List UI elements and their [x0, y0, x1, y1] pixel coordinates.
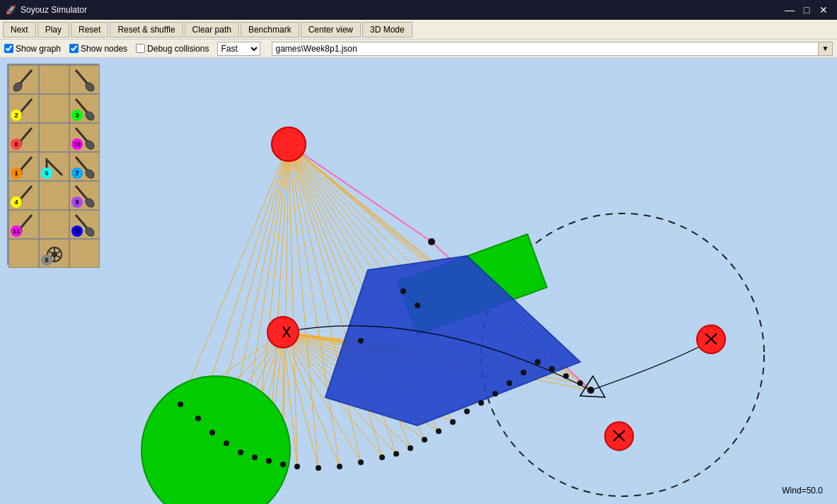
grid-badge: 4 [11, 197, 22, 208]
debug-collisions-text: Debug collisions [147, 44, 209, 54]
svg-point-101 [337, 464, 342, 469]
grid-badge: 11 [11, 225, 22, 237]
show-graph-checkbox[interactable] [4, 44, 13, 53]
title-controls: — □ ✕ [782, 3, 831, 17]
svg-point-120 [358, 338, 364, 344]
clear-path-button[interactable]: Clear path [185, 22, 239, 37]
reset-button[interactable]: Reset [71, 22, 108, 37]
svg-point-110 [478, 400, 484, 406]
svg-point-93 [209, 430, 215, 435]
svg-point-103 [379, 455, 385, 460]
app-title: Soyouz Simulator [21, 5, 87, 15]
close-button[interactable]: ✕ [816, 3, 831, 17]
speed-select[interactable]: FastNormalSlow [217, 42, 260, 56]
grid-badge: 5 [41, 254, 52, 266]
green-circle-obstacle [142, 376, 290, 504]
svg-line-32 [180, 144, 289, 404]
svg-point-99 [294, 464, 300, 469]
grid-badge: 0 [11, 139, 22, 150]
grid-badge: 2 [11, 110, 22, 121]
red-buoy-left[interactable] [267, 317, 299, 348]
show-nodes-text: Show nodes [81, 44, 127, 54]
benchmark-button[interactable]: Benchmark [241, 22, 299, 37]
svg-point-104 [393, 451, 399, 457]
title-bar: 🚀 Soyouz Simulator — □ ✕ [0, 0, 837, 20]
center-view-button[interactable]: Center view [301, 22, 361, 37]
maximize-button[interactable]: □ [799, 3, 814, 17]
svg-point-113 [521, 370, 526, 375]
grid-badge: 7 [71, 168, 83, 179]
show-nodes-label[interactable]: Show nodes [69, 44, 127, 54]
svg-point-114 [535, 359, 541, 365]
svg-point-119 [415, 303, 420, 308]
svg-point-100 [316, 465, 321, 471]
play-button[interactable]: Play [37, 22, 69, 37]
reset-shuffle-button[interactable]: Reset & shuffle [110, 22, 183, 37]
show-graph-label[interactable]: Show graph [4, 44, 61, 54]
wind-indicator: Wind=50.0 [782, 486, 823, 496]
minimize-button[interactable]: — [782, 3, 797, 17]
svg-point-108 [450, 419, 456, 425]
grid-badge: 10 [71, 139, 83, 150]
next-button[interactable]: Next [3, 22, 36, 37]
svg-point-96 [252, 455, 258, 460]
options-bar: Show graph Show nodes Debug collisions F… [0, 40, 837, 58]
3d-mode-button[interactable]: 3D Mode [362, 22, 412, 37]
grid-badge: 8 [71, 225, 83, 237]
svg-point-94 [224, 440, 229, 446]
red-buoy-top[interactable] [272, 127, 306, 161]
main-canvas[interactable]: 23010167491185 [0, 58, 837, 504]
svg-point-107 [436, 428, 441, 434]
file-select-wrapper: games\Week8p1.json ▼ [272, 42, 833, 56]
svg-point-112 [507, 380, 512, 386]
grid-badge: 9 [71, 197, 83, 208]
debug-collisions-label[interactable]: Debug collisions [136, 44, 209, 54]
pink-path-line [289, 144, 432, 242]
grid-badge: 3 [71, 110, 83, 121]
file-display: games\Week8p1.json [272, 42, 819, 56]
grid-badge: 6 [41, 168, 52, 179]
svg-point-118 [400, 288, 406, 294]
simulation-canvas[interactable] [0, 58, 837, 504]
svg-point-97 [266, 458, 272, 464]
svg-point-91 [178, 402, 183, 407]
svg-point-109 [464, 409, 470, 414]
svg-point-89 [428, 238, 435, 245]
svg-point-98 [280, 462, 286, 467]
grid-badge: 1 [11, 168, 22, 179]
show-nodes-checkbox[interactable] [69, 44, 79, 53]
app-icon: 🚀 [6, 5, 16, 15]
title-left: 🚀 Soyouz Simulator [6, 5, 87, 15]
wind-value: Wind=50.0 [782, 486, 823, 496]
svg-line-43 [289, 144, 361, 462]
svg-point-92 [195, 416, 201, 421]
svg-point-111 [492, 391, 498, 397]
toolbar: NextPlayResetReset & shuffleClear pathBe… [0, 20, 837, 40]
svg-point-95 [238, 450, 243, 455]
svg-point-102 [358, 459, 364, 465]
show-graph-text: Show graph [16, 44, 61, 54]
debug-collisions-checkbox[interactable] [136, 44, 145, 53]
file-dropdown-button[interactable]: ▼ [819, 42, 833, 56]
svg-point-105 [408, 445, 413, 451]
svg-point-106 [422, 437, 427, 443]
